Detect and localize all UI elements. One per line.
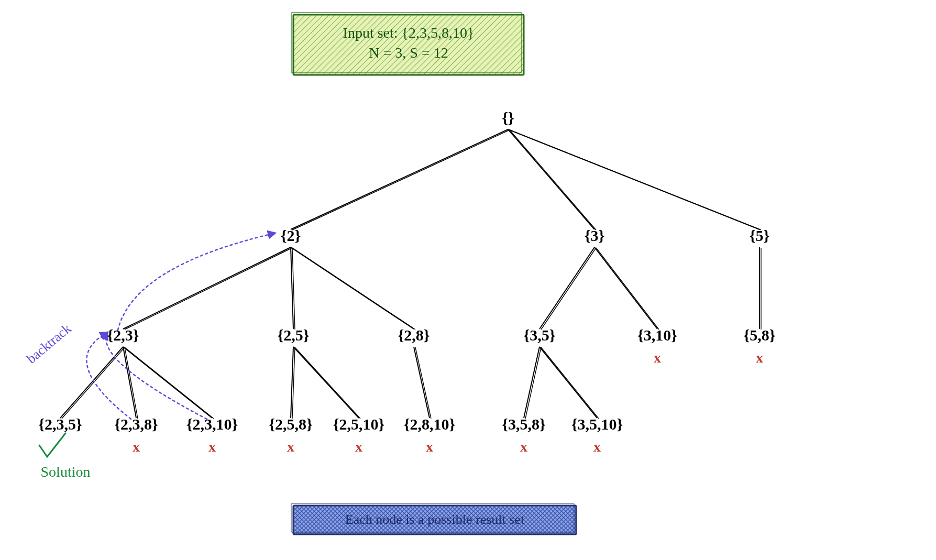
edge — [125, 248, 292, 330]
caption-box: Each node is a possible result set — [291, 503, 576, 534]
edge — [123, 347, 212, 418]
check-icon — [39, 433, 65, 457]
edge — [295, 347, 360, 419]
edge — [541, 347, 599, 419]
diagram-canvas: Input set: {2,3,5,8,10} N = 3, S = 12 {}… — [0, 0, 936, 560]
edge — [594, 247, 657, 329]
node-n2810: {2,8,10} — [404, 415, 456, 433]
edge — [596, 248, 659, 330]
fail-mark: x — [520, 438, 527, 455]
node-root: {} — [502, 109, 514, 126]
solution-annotation: Solution — [39, 433, 90, 480]
edge — [539, 347, 597, 418]
node-n58: {5,8} — [743, 326, 775, 344]
fail-mark: x — [133, 438, 140, 455]
node-n235: {2,3,5} — [38, 415, 82, 433]
fail-mark: x — [426, 438, 433, 455]
edge — [508, 129, 594, 229]
node-n25: {2,5} — [277, 326, 309, 344]
edge — [524, 347, 539, 418]
node-n23: {2,3} — [107, 326, 139, 344]
edge — [415, 347, 431, 419]
node-n3: {3} — [585, 227, 605, 244]
node-n310: {3,10} — [637, 326, 677, 344]
fail-mark: x — [208, 438, 216, 455]
caption-text: Each node is a possible result set — [345, 512, 525, 527]
fail-mark: x — [593, 438, 601, 455]
node-n238: {2,3,8} — [114, 415, 158, 433]
edge — [525, 347, 541, 419]
edge — [291, 247, 414, 329]
info-box: Input set: {2,3,5,8,10} N = 3, S = 12 — [291, 13, 524, 75]
node-n28: {2,8} — [398, 326, 430, 344]
edge — [125, 347, 214, 419]
edge — [125, 347, 138, 419]
node-n2: {2} — [281, 227, 301, 244]
node-n5: {5} — [750, 227, 770, 244]
backtrack-arrow — [118, 233, 275, 330]
edge — [541, 248, 596, 330]
fail-mark: x — [756, 349, 763, 366]
edge — [293, 347, 359, 418]
info-line-1: Input set: {2,3,5,8,10} — [343, 25, 475, 41]
edge — [510, 130, 596, 230]
node-n3510: {3,5,10} — [571, 415, 623, 433]
backtrack-label: backtrack — [24, 321, 74, 366]
edge — [539, 247, 594, 329]
fail-mark: x — [654, 349, 661, 366]
node-n2510: {2,5,10} — [333, 415, 385, 433]
node-n258: {2,5,8} — [269, 415, 313, 433]
edge — [123, 247, 291, 329]
node-n358: {3,5,8} — [502, 415, 546, 433]
edge — [60, 347, 123, 418]
node-n35: {3,5} — [523, 326, 555, 344]
edge — [292, 130, 510, 230]
backtrack-arrow — [106, 333, 207, 419]
edge — [292, 248, 415, 330]
nodes-layer: {}{2}{3}{5}{2,3}{2,5}{2,8}{3,5}{3,10}x{5… — [38, 109, 775, 455]
solution-label: Solution — [41, 464, 91, 480]
fail-mark: x — [355, 438, 362, 455]
fail-mark: x — [287, 438, 294, 455]
edge — [291, 129, 508, 229]
edge — [414, 347, 430, 418]
info-line-2: N = 3, S = 12 — [369, 45, 448, 61]
node-n2310: {2,3,10} — [186, 415, 238, 433]
backtrack-arrow — [86, 333, 131, 419]
edge — [510, 130, 761, 230]
edge — [123, 347, 136, 418]
